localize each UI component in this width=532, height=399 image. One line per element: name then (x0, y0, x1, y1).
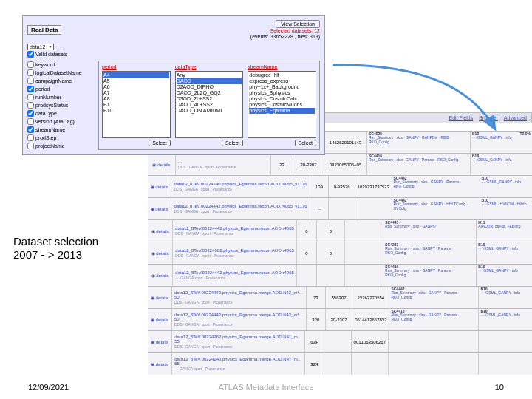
cell-events (316, 265, 344, 286)
listbox-item[interactable]: physics_Bphysics (249, 90, 315, 96)
listbox-item[interactable]: A7 (103, 90, 169, 96)
dataset-tags: ···· GANGA xport · Prosenance (174, 366, 302, 371)
dataset-name[interactable]: ··· (178, 160, 268, 164)
listbox-item[interactable]: express_express (249, 78, 315, 84)
dataset-tags: DDS · GANGA · xport · Prosenance (174, 322, 304, 327)
listbox-item[interactable]: B1 (103, 102, 169, 108)
filter-label: streamName (35, 127, 65, 132)
filter-checkbox[interactable] (27, 143, 34, 149)
cell-num: 63+ (304, 331, 324, 352)
listbox-item[interactable]: physics_CosmicCalc (249, 96, 315, 102)
detail-link[interactable]: ◉ details (148, 176, 171, 197)
dataset-tags: DDS · GANGA · xport · Prosenance (175, 253, 294, 258)
listbox-item[interactable]: A8 (103, 96, 169, 102)
dataset-name[interactable]: data12_8TeV.00224240.physics_Egamma.merg… (174, 357, 302, 366)
cell-size (355, 198, 391, 219)
cell-num: 73 (306, 287, 325, 308)
cell-num: 109 (310, 176, 329, 197)
dataset-tags: DDS · GANGA · xport · Prosenance (174, 187, 307, 191)
filter-checkbox[interactable] (27, 126, 34, 133)
events-info: (events: 33652228 , files: 319) (250, 34, 320, 40)
cell-events: 0 (316, 242, 344, 264)
cell-size (344, 265, 383, 286)
dataset-name[interactable]: data12_8TeV.00224442.physics_Egamma.reco… (175, 226, 294, 231)
cell-size: 0823065006+05 (324, 154, 366, 175)
slide-caption: Dataset selection 2007 - > 2013 (13, 235, 117, 262)
table-row: ◉ details···DDS · GANGA · xport · Prosen… (148, 153, 532, 175)
table-row: ◉ detailsdata12_8TeV.00224240.physics_Eg… (148, 175, 532, 197)
dataset-name[interactable]: data12_8TeV.00224442.physics_Egamma.merg… (174, 290, 304, 299)
table-row: ◉ detailsdata12_8TeV.00224442.physics_Eg… (148, 197, 532, 219)
data-period-dropdown[interactable]: data12 (27, 44, 54, 50)
table-row: ◉ detailsdata12_8TeV.00224442.physics_Eg… (148, 264, 532, 286)
listbox-item[interactable]: D3OD_2L+SS2 (177, 96, 242, 102)
dataset-name[interactable]: data12_8TeV.00224442.physics_Egamma.merg… (174, 313, 304, 321)
filter-checkbox[interactable] (27, 102, 34, 109)
dataset-name[interactable]: data12_8TeV.00224442.physics_Egamma.reco… (175, 270, 294, 275)
listbox-item[interactable]: A6 (103, 84, 169, 90)
detail-link[interactable]: ◉ details (148, 242, 173, 264)
period-listbox[interactable]: A4A5A6A7A8B1B10 (102, 71, 171, 138)
dataset-name[interactable]: data12_8TeV.00224262.physics_Egamma.merg… (174, 335, 302, 344)
listbox-item[interactable]: phy+1x+_Background (249, 84, 315, 90)
listbox-item[interactable]: DAOD_4L+SS2 (177, 102, 242, 108)
detail-link[interactable]: ◉ details (148, 287, 172, 308)
listbox-item[interactable]: DAOD_2L2Q_GQ2 (177, 90, 242, 96)
listbox-item[interactable]: Any (177, 72, 242, 78)
filter-label: period (35, 86, 50, 92)
period-select-button[interactable]: Select (149, 140, 170, 146)
listbox-item[interactable]: debugrec_hlt (249, 72, 315, 78)
dataset-name[interactable]: data12_8TeV.00224062.physics_Egamma.reco… (175, 248, 294, 253)
cell-num: ··· (310, 198, 329, 219)
filter-checkbox[interactable] (27, 86, 34, 92)
detail-link[interactable]: ◉ details (148, 198, 171, 219)
listbox-item[interactable]: DAOD (177, 78, 242, 84)
detail-link[interactable]: ◉ details (148, 265, 173, 286)
view-selection-button[interactable]: View Selection (276, 20, 320, 28)
detail-link[interactable]: ◉ details (148, 220, 173, 242)
cell-num: 324 (304, 353, 324, 375)
selected-count: Selected datasets: 12 (250, 28, 320, 34)
cell-events (324, 353, 351, 375)
detail-link[interactable]: ◉ details (148, 331, 172, 352)
table-row: ◉ detailsdata12_8TeV.00224262.physics_Eg… (148, 330, 532, 352)
cell-size: 0614412667832 (352, 309, 389, 330)
filter-label: prodsysStatus (35, 103, 68, 108)
detail-link[interactable]: ◉ details (148, 309, 172, 330)
datatype-select-button[interactable]: Select (222, 140, 243, 146)
period-column-header: period (102, 64, 171, 69)
filter-checkbox[interactable] (27, 78, 34, 84)
dataset-name[interactable]: data12_8TeV.00224240.physics_Egamma.reco… (174, 182, 307, 186)
listbox-item[interactable]: DAOD_ON AMIUMI (177, 108, 242, 114)
filter-checkbox[interactable] (27, 61, 34, 68)
listbox-item[interactable]: D2AOD_DIPHO (177, 84, 242, 90)
filter-checkbox[interactable] (27, 134, 34, 141)
detail-link[interactable]: ◉ details (148, 353, 172, 375)
cell-events (324, 331, 351, 352)
listbox-item[interactable]: A5 (103, 78, 169, 84)
filter-label: prodStep (35, 135, 56, 140)
valid-datasets-label: Valid datasets (35, 52, 67, 57)
detail-link[interactable]: ◉ details (148, 154, 176, 175)
filter-checkbox[interactable] (27, 118, 34, 125)
listbox-item[interactable]: physics_CosmicMuons (249, 102, 315, 108)
datatype-listbox[interactable]: AnyDAODD2AOD_DIPHODAOD_2L2Q_GQ2D3OD_2L+S… (175, 71, 244, 138)
filter-checkbox[interactable] (27, 69, 34, 76)
filter-checkbox[interactable] (27, 94, 34, 100)
streamname-select-button[interactable]: Select (295, 140, 316, 146)
valid-datasets-checkbox[interactable] (27, 51, 34, 58)
filter-checkbox[interactable] (27, 110, 34, 117)
dataset-name[interactable]: data12_8TeV.00224442.physics_Egamma.reco… (174, 204, 307, 208)
filter-label: version (AMITag) (35, 119, 75, 124)
listbox-item[interactable]: B10 (103, 108, 169, 114)
listbox-item[interactable]: physics_Egamma (249, 108, 315, 114)
streamname-listbox[interactable]: debugrec_hltexpress_expressphy+1x+_Backg… (248, 71, 316, 138)
filter-label: projectName (35, 143, 65, 149)
cell-events: 20-2307 (325, 309, 352, 330)
listbox-item[interactable]: A4 (103, 72, 169, 78)
cell-num: 0 (296, 242, 316, 264)
dataset-tags: DDS · GANGA · xport · Prosenance (178, 165, 268, 169)
dataset-tags: DDS · GANGA · xport · Prosenance (175, 231, 294, 236)
cell-size: 23262270554 (352, 287, 389, 308)
cell-size: 0011063506267 (351, 331, 389, 352)
